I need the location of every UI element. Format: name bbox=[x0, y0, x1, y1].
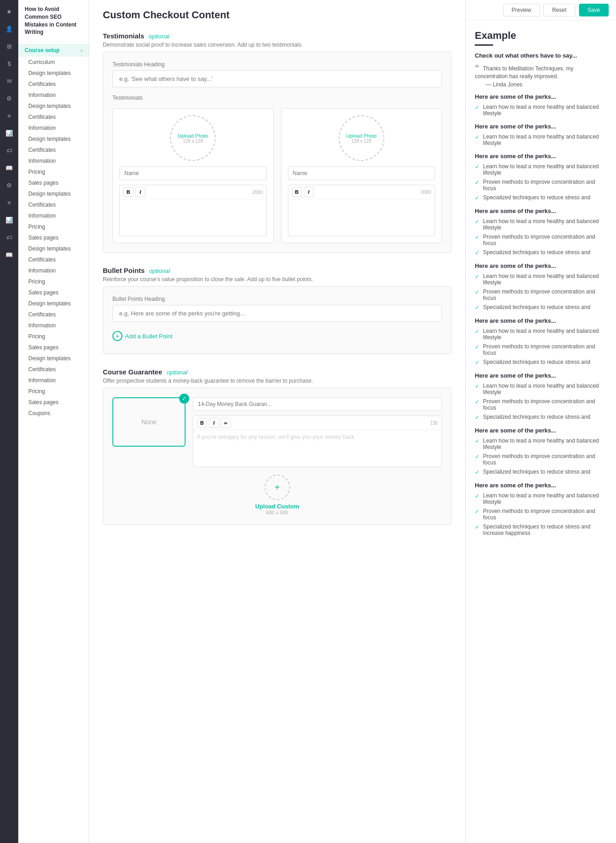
testimonials-label: Testimonials bbox=[112, 95, 442, 101]
testimonials-heading-input[interactable] bbox=[112, 70, 442, 87]
testimonial-1-italic-btn[interactable]: I bbox=[135, 187, 145, 197]
sidebar-item-certificates-6[interactable]: Certificates bbox=[18, 309, 89, 320]
settings2-icon[interactable]: ⚙ bbox=[2, 178, 16, 192]
user-icon[interactable]: 👤 bbox=[2, 22, 16, 36]
testimonial-2-body[interactable] bbox=[288, 199, 435, 236]
perk-check-icon: ✓ bbox=[475, 304, 479, 311]
tag-icon[interactable]: 🏷 bbox=[2, 144, 16, 157]
gear-icon[interactable]: ⚙ bbox=[2, 91, 16, 105]
testimonials-description: Demonstrate social proof to increase sal… bbox=[103, 42, 451, 48]
sidebar-item-information-7[interactable]: Information bbox=[18, 375, 89, 386]
sidebar-item-information-1[interactable]: Information bbox=[18, 90, 89, 101]
testimonials-optional: optional bbox=[149, 33, 170, 40]
perk-item-2-0: ✓Learn how to lead a more healthy and ba… bbox=[475, 163, 607, 176]
sidebar-item-certificates-5[interactable]: Certificates bbox=[18, 254, 89, 265]
guarantee-check-badge: ✓ bbox=[179, 394, 189, 404]
testimonial-2-name-input[interactable] bbox=[288, 166, 435, 180]
mail-icon[interactable]: ✉ bbox=[2, 74, 16, 88]
testimonial-1-toolbar: B I 2000 bbox=[120, 185, 266, 199]
sidebar-item-certificates-7[interactable]: Certificates bbox=[18, 364, 89, 375]
sidebar-item-design-templates-7[interactable]: Design templates bbox=[18, 353, 89, 364]
save-button[interactable]: Save bbox=[579, 4, 609, 16]
testimonial-2-italic-btn[interactable]: I bbox=[304, 187, 314, 197]
testimonial-1-name-input[interactable] bbox=[119, 166, 267, 180]
sidebar-item-information-2[interactable]: Information bbox=[18, 123, 89, 133]
sidebar-item-sales-pages-3[interactable]: Sales pages bbox=[18, 287, 89, 298]
book-icon[interactable]: 📖 bbox=[2, 161, 16, 175]
content-panel: Custom Checkout Content Testimonials opt… bbox=[89, 0, 465, 843]
chart2-icon[interactable]: 📊 bbox=[2, 213, 16, 227]
sidebar-item-design-templates-1[interactable]: Design templates bbox=[18, 68, 89, 79]
book2-icon[interactable]: 📖 bbox=[2, 248, 16, 261]
sidebar-item-sales-pages-4[interactable]: Sales pages bbox=[18, 342, 89, 353]
upload-custom-circle[interactable]: + bbox=[265, 475, 290, 500]
guarantee-italic-btn[interactable]: I bbox=[209, 418, 219, 428]
sidebar-item-design-templates-6[interactable]: Design templates bbox=[18, 298, 89, 309]
perk-check-icon: ✓ bbox=[475, 414, 479, 421]
sidebar-item-course-setup[interactable]: Course setup › bbox=[18, 44, 89, 57]
grid-icon[interactable]: ⊞ bbox=[2, 39, 16, 53]
guarantee-none-label: None bbox=[120, 405, 178, 439]
add-bullet-btn[interactable]: + Add a Bullet Point bbox=[112, 327, 172, 345]
sidebar-item-design-templates-3[interactable]: Design templates bbox=[18, 133, 89, 144]
sidebar-item-information-4[interactable]: Information bbox=[18, 210, 89, 221]
guarantee-title-input[interactable] bbox=[193, 397, 442, 411]
reset-button[interactable]: Reset bbox=[543, 4, 575, 16]
testimonials-header: Testimonials optional Demonstrate social… bbox=[103, 32, 451, 48]
upload-custom-label[interactable]: Upload Custom bbox=[255, 503, 299, 510]
bars2-icon[interactable]: ≡ bbox=[2, 196, 16, 209]
sidebar-item-sales-pages-5[interactable]: Sales pages bbox=[18, 397, 89, 408]
tag2-icon[interactable]: 🏷 bbox=[2, 230, 16, 244]
guarantee-bold-btn[interactable]: B bbox=[197, 418, 207, 428]
dollar-icon[interactable]: $ bbox=[2, 57, 16, 70]
perk-text: Learn how to lead a more healthy and bal… bbox=[483, 492, 607, 505]
sidebar-item-sales-pages-1[interactable]: Sales pages bbox=[18, 177, 89, 188]
sidebar-item-certificates-2[interactable]: Certificates bbox=[18, 112, 89, 123]
sidebar-item-design-templates-4[interactable]: Design templates bbox=[18, 188, 89, 199]
perk-text: Proven methods to improve concentration … bbox=[483, 288, 607, 301]
sidebar-item-coupons[interactable]: Coupons bbox=[18, 408, 89, 419]
sidebar-item-information-6[interactable]: Information bbox=[18, 320, 89, 331]
bullet-points-optional: optional bbox=[149, 267, 170, 274]
sidebar-item-design-templates-2[interactable]: Design templates bbox=[18, 101, 89, 112]
preview-testimonial: ❝ Thanks to Meditation Techniques, my co… bbox=[475, 63, 607, 88]
sidebar-item-certificates-1[interactable]: Certificates bbox=[18, 79, 89, 90]
upload-photo-1[interactable]: Upload Photo 128 x 128 bbox=[170, 115, 216, 161]
preview-perk-group-2: Here are some of the perks...✓Learn how … bbox=[475, 153, 607, 201]
sidebar-item-certificates-3[interactable]: Certificates bbox=[18, 144, 89, 155]
sidebar-item-curriculum[interactable]: Curriculum bbox=[18, 57, 89, 68]
chart-icon[interactable]: 📊 bbox=[2, 126, 16, 140]
bp-heading-input[interactable] bbox=[112, 305, 442, 322]
sidebar-item-pricing-2[interactable]: Pricing bbox=[18, 221, 89, 232]
sidebar-item-sales-pages-2[interactable]: Sales pages bbox=[18, 232, 89, 243]
sidebar-item-certificates-4[interactable]: Certificates bbox=[18, 199, 89, 210]
perk-check-icon: ✓ bbox=[475, 438, 479, 444]
guarantee-none-card[interactable]: ✓ None bbox=[112, 397, 186, 447]
perk-group-heading-7: Here are some of the perks... bbox=[475, 427, 607, 434]
testimonial-2-bold-btn[interactable]: B bbox=[292, 187, 302, 197]
perk-group-heading-4: Here are some of the perks... bbox=[475, 262, 607, 269]
perk-check-icon: ✓ bbox=[475, 195, 479, 201]
perk-text: Learn how to lead a more healthy and bal… bbox=[483, 163, 607, 176]
preview-title: Example bbox=[475, 30, 607, 42]
perk-text: Proven methods to improve concentration … bbox=[483, 508, 607, 521]
perk-text: Specialized techniques to reduce stress … bbox=[483, 523, 607, 536]
sidebar-item-pricing-1[interactable]: Pricing bbox=[18, 166, 89, 177]
sidebar-item-pricing-5[interactable]: Pricing bbox=[18, 386, 89, 397]
upload-photo-2[interactable]: Upload Photo 128 x 128 bbox=[339, 115, 384, 161]
testimonial-1-body[interactable] bbox=[120, 199, 266, 236]
sidebar-item-information-3[interactable]: Information bbox=[18, 155, 89, 166]
bars-icon[interactable]: ≡ bbox=[2, 109, 16, 123]
sidebar-item-design-templates-5[interactable]: Design templates bbox=[18, 243, 89, 254]
guarantee-body[interactable]: If you're unhappy for any reason, we'll … bbox=[193, 430, 441, 467]
preview-button[interactable]: Preview bbox=[503, 4, 540, 16]
star-icon[interactable]: ★ bbox=[2, 5, 16, 18]
testimonial-1-bold-btn[interactable]: B bbox=[123, 187, 133, 197]
perk-text: Proven methods to improve concentration … bbox=[483, 179, 607, 192]
sidebar-item-information-5[interactable]: Information bbox=[18, 265, 89, 276]
perk-check-icon: ✓ bbox=[475, 383, 479, 389]
guarantee-link-btn[interactable]: ∞ bbox=[221, 418, 231, 428]
sidebar-item-pricing-3[interactable]: Pricing bbox=[18, 276, 89, 287]
sidebar-item-pricing-4[interactable]: Pricing bbox=[18, 331, 89, 342]
perk-check-icon: ✓ bbox=[475, 508, 479, 515]
